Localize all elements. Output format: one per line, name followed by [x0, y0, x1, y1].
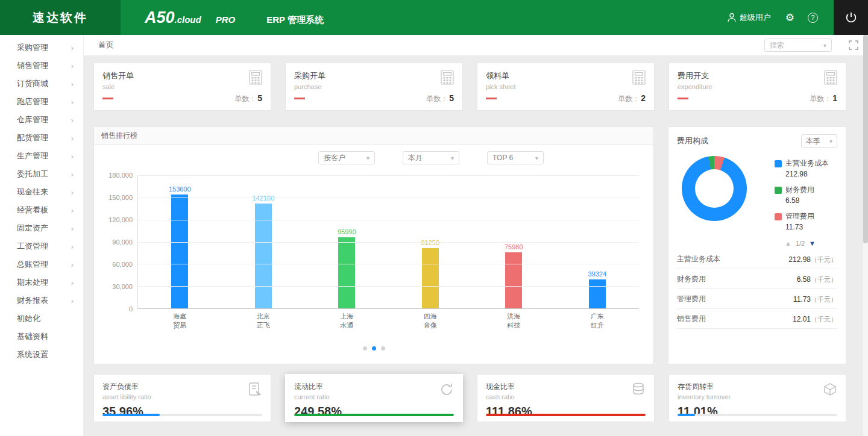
- sidebar-item[interactable]: 固定资产 ›: [0, 219, 83, 237]
- page-up-icon[interactable]: ▲: [785, 240, 791, 247]
- chevron-right-icon: ›: [71, 79, 74, 89]
- chart-filter-select[interactable]: 本月 ▾: [403, 151, 459, 164]
- red-dash: [294, 98, 305, 99]
- sidebar-item-label: 委托加工: [17, 169, 48, 179]
- bar[interactable]: [505, 252, 522, 308]
- donut-legend: 主营业务成本 212.98 财务费用 6.58 管理费用 11.73: [775, 158, 829, 231]
- kpi-card[interactable]: 资产负债率 asset libility ratio 35.96%: [93, 374, 271, 422]
- page-scrollbar[interactable]: [863, 35, 868, 436]
- sidebar-item[interactable]: 订货商城 ›: [0, 75, 83, 93]
- filter-value: TOP 6: [492, 154, 513, 162]
- chart-filters: 按客户 ▾ 本月 ▾ TOP 6 ▾: [94, 151, 653, 164]
- expense-panel-title: 费用构成: [677, 135, 708, 146]
- legend-swatch: [775, 160, 782, 167]
- kpi-subtitle: asset libility ratio: [102, 393, 262, 400]
- stat-card[interactable]: 销售开单 sale 单数：5: [93, 63, 271, 111]
- kpi-value: 111.86%: [486, 405, 646, 419]
- bar[interactable]: [422, 248, 439, 308]
- kpi-card[interactable]: 流动比率 current ratio 249.58%: [285, 374, 463, 422]
- carousel-dot[interactable]: [363, 346, 367, 350]
- chevron-right-icon: ›: [71, 188, 74, 197]
- sidebar-item-label: 系统设置: [17, 349, 48, 360]
- filter-value: 按客户: [324, 153, 345, 163]
- sidebar-item-label: 生产管理: [17, 151, 48, 161]
- breadcrumb-bar: 首页 搜索 ▾: [83, 35, 868, 55]
- help-icon[interactable]: ?: [808, 13, 818, 23]
- bar-value-label: 81250: [421, 239, 439, 246]
- sidebar-item[interactable]: 期末处理 ›: [0, 273, 83, 291]
- kpi-progress-fill: [102, 414, 160, 416]
- chevron-right-icon: ›: [71, 98, 74, 107]
- kpi-title: 资产负债率: [102, 382, 262, 392]
- sidebar-item[interactable]: 基础资料 ›: [0, 328, 83, 346]
- y-axis-tick: 90,000: [112, 238, 133, 246]
- sidebar-item-label: 跑店管理: [17, 96, 48, 107]
- sidebar-item[interactable]: 销售管理 ›: [0, 57, 83, 75]
- sidebar-item[interactable]: 采购管理 ›: [0, 39, 83, 57]
- kpi-progress-track: [102, 414, 262, 416]
- sidebar-item[interactable]: 经营看板 ›: [0, 201, 83, 219]
- app-logo[interactable]: 速达软件: [0, 0, 121, 35]
- legend-item: 主营业务成本 212.98: [775, 158, 829, 178]
- x-axis-label: 广东红升: [590, 312, 605, 330]
- bar[interactable]: [589, 279, 606, 308]
- kpi-subtitle: current ratio: [294, 393, 454, 400]
- legend-swatch: [775, 213, 782, 220]
- bar[interactable]: [171, 195, 188, 308]
- logout-power-button[interactable]: [834, 0, 868, 35]
- legend-label: 主营业务成本: [785, 158, 829, 169]
- carousel-dot[interactable]: [381, 346, 385, 350]
- sidebar-item[interactable]: 跑店管理 ›: [0, 93, 83, 111]
- header-actions: 超级用户 ⚙ ?: [728, 0, 868, 35]
- main-area: 首页 搜索 ▾ 销售开单 sale 单数：5 采购开单 purchase 单数：…: [83, 35, 868, 436]
- stat-card-title: 费用开支: [678, 70, 837, 81]
- expense-row-value: 212.98: [788, 255, 811, 264]
- search-select[interactable]: 搜索 ▾: [764, 39, 832, 52]
- legend-item: 财务费用 6.58: [775, 185, 829, 205]
- expense-row-label: 销售费用: [677, 314, 706, 324]
- y-axis-tick: 120,000: [108, 216, 133, 223]
- bar[interactable]: [338, 237, 355, 308]
- expense-row: 财务费用 6.58（千元）: [677, 269, 837, 289]
- chevron-down-icon: ▾: [535, 155, 538, 161]
- fullscreen-icon[interactable]: [849, 40, 858, 50]
- sidebar-item[interactable]: 现金往来 ›: [0, 183, 83, 201]
- sidebar-item[interactable]: 总账管理 ›: [0, 255, 83, 273]
- sidebar-item[interactable]: 仓库管理 ›: [0, 111, 83, 129]
- period-select[interactable]: 本季 ▾: [801, 134, 837, 148]
- user-menu[interactable]: 超级用户: [728, 12, 771, 23]
- expense-row-label: 管理费用: [677, 294, 706, 304]
- sidebar: 采购管理 › 销售管理 › 订货商城 › 跑店管理 › 仓库管理 › 配货管理 …: [0, 35, 83, 436]
- breadcrumb[interactable]: 首页: [98, 40, 114, 51]
- sidebar-item[interactable]: 配货管理 ›: [0, 129, 83, 147]
- sidebar-item[interactable]: 委托加工 ›: [0, 165, 83, 183]
- sidebar-item[interactable]: 生产管理 ›: [0, 147, 83, 165]
- kpi-card[interactable]: 现金比率 cash ratio 111.86%: [477, 374, 655, 422]
- scrollbar-thumb[interactable]: [863, 35, 868, 243]
- sidebar-item[interactable]: 财务报表 ›: [0, 291, 83, 310]
- chart-filter-select[interactable]: TOP 6 ▾: [487, 151, 544, 164]
- kpi-progress-track: [678, 414, 837, 416]
- settings-gear-icon[interactable]: ⚙: [785, 11, 794, 24]
- chart-filter-select[interactable]: 按客户 ▾: [318, 151, 375, 164]
- expense-row-unit: （千元）: [811, 296, 837, 303]
- bar-value-label: 95990: [338, 228, 356, 235]
- page-down-icon[interactable]: ▼: [809, 240, 816, 247]
- stat-card[interactable]: 费用开支 expenditure 单数：1: [668, 63, 846, 111]
- sidebar-item[interactable]: 工资管理 ›: [0, 237, 83, 255]
- sidebar-item[interactable]: 初始化 ›: [0, 310, 83, 328]
- sidebar-item-label: 配货管理: [17, 132, 48, 143]
- stat-card-subtitle: purchase: [294, 83, 454, 90]
- box-icon: [823, 382, 837, 399]
- stat-card-title: 采购开单: [294, 70, 454, 81]
- kpi-card[interactable]: 存货周转率 inventory turnover 11.01%: [668, 374, 846, 422]
- plot-area: 153600 海鑫贸易 142100 北京正飞 95990 上海水通 81250…: [137, 175, 639, 309]
- sidebar-item[interactable]: 系统设置 ›: [0, 346, 83, 364]
- stat-card[interactable]: 领料单 pick sheet 单数：2: [477, 63, 655, 111]
- kpi-title: 流动比率: [294, 382, 454, 392]
- sidebar-item-label: 仓库管理: [17, 114, 48, 125]
- carousel-dot[interactable]: [372, 346, 376, 350]
- kpi-title: 现金比率: [486, 382, 646, 392]
- stat-card[interactable]: 采购开单 purchase 单数：5: [285, 63, 463, 111]
- chevron-right-icon: ›: [71, 170, 74, 179]
